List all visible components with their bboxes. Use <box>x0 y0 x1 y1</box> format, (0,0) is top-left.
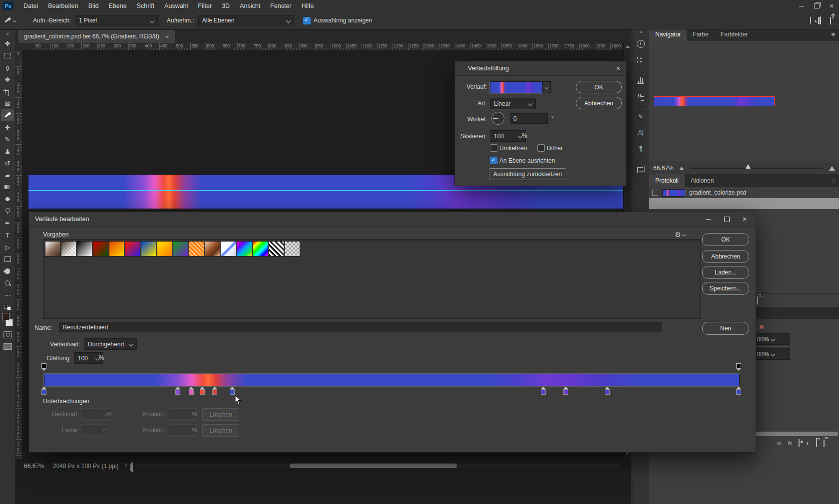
vertical-ruler[interactable]: 0501001502002503003504004505005506006507… <box>15 50 22 459</box>
frame-tool[interactable]: ⊠ <box>1 97 14 109</box>
type-dropdown[interactable]: Linear <box>490 98 536 109</box>
foreground-color-swatch[interactable] <box>2 313 9 320</box>
preset-orange-stripes[interactable] <box>189 241 204 256</box>
share-button[interactable] <box>830 17 831 24</box>
dialog-close-icon[interactable]: × <box>743 215 747 223</box>
preset-red-green[interactable] <box>93 241 108 256</box>
preset-foreground-to-background[interactable] <box>45 241 60 256</box>
scroll-up-icon[interactable] <box>626 45 630 48</box>
hand-tool[interactable] <box>1 265 14 277</box>
histogram-panel-button[interactable] <box>634 74 648 87</box>
gradient-tool[interactable] <box>1 181 14 193</box>
properties-panel-button[interactable] <box>634 90 648 103</box>
gradient-editor-bar[interactable] <box>44 374 740 386</box>
save-button[interactable]: Speichern... <box>702 282 749 295</box>
edit-toolbar-tool[interactable]: ⋯ <box>1 289 14 301</box>
color-swatches[interactable] <box>1 313 13 326</box>
ok-button[interactable]: OK <box>702 233 749 246</box>
rectangle-tool[interactable] <box>1 253 14 265</box>
layer-effects-button[interactable]: fx <box>788 440 793 446</box>
character-panel-button[interactable]: A| <box>634 126 648 139</box>
show-ring-checkbox[interactable] <box>303 17 311 24</box>
menu-item-datei[interactable]: Datei <box>18 0 43 12</box>
preset-rainbow[interactable] <box>253 241 268 256</box>
dialog-title-bar[interactable]: Verlaufsfüllung <box>455 61 626 76</box>
panel-menu-icon[interactable]: ≡ <box>831 31 835 38</box>
status-menu-chevron-icon[interactable] <box>123 463 127 467</box>
navigator-zoom-slider[interactable] <box>690 168 823 169</box>
presets-settings-button[interactable]: ⚙ <box>675 231 685 239</box>
move-tool[interactable]: ✥ <box>1 37 14 49</box>
restore-button[interactable] <box>809 0 824 12</box>
angle-dial[interactable] <box>491 112 504 125</box>
quick-mask-button[interactable] <box>3 331 12 338</box>
tab-navigator[interactable]: Navigator <box>649 28 687 41</box>
navigator-zoom-field[interactable]: 66,67% <box>653 165 674 172</box>
reset-alignment-button[interactable]: Ausrichtung zurücksetzen <box>489 168 566 180</box>
menu-item-bild[interactable]: Bild <box>83 0 104 12</box>
color-sampler-panel-button[interactable] <box>634 53 648 66</box>
status-zoom-field[interactable]: 66,67% <box>24 463 44 470</box>
zoom-in-icon[interactable] <box>829 166 835 171</box>
quick-selection-tool[interactable]: ❋ <box>1 73 14 85</box>
panel-menu-icon[interactable]: ≡ <box>831 177 835 185</box>
preset-blue-yellow[interactable] <box>141 241 156 256</box>
preset-neutral-density[interactable] <box>285 241 300 256</box>
horizontal-scrollbar[interactable] <box>137 463 619 469</box>
preset-foreground-to-transparent[interactable] <box>61 241 76 256</box>
color-stop[interactable] <box>229 387 235 395</box>
menu-item-auswahl[interactable]: Auswahl <box>159 0 193 12</box>
gradient-name-input[interactable] <box>59 322 662 332</box>
info-panel-button[interactable] <box>634 37 648 50</box>
dodge-tool[interactable] <box>1 205 14 217</box>
preset-white-blue[interactable] <box>221 241 236 256</box>
dialog-minimize-icon[interactable] <box>706 219 711 220</box>
spot-healing-tool[interactable]: ✚ <box>1 121 14 133</box>
menu-item-bearbeiten[interactable]: Bearbeiten <box>43 0 83 12</box>
pen-tool[interactable]: ✒ <box>1 217 14 229</box>
layer-fill-dropdown[interactable]: 100% <box>750 348 790 360</box>
color-stop[interactable] <box>175 387 181 395</box>
clone-stamp-tool[interactable]: ♟ <box>1 145 14 157</box>
type-tool[interactable]: T <box>1 229 14 241</box>
layer-opacity-dropdown[interactable]: 100% <box>750 333 790 345</box>
dither-checkbox[interactable] <box>537 144 545 152</box>
eyedropper-tool[interactable] <box>1 109 14 121</box>
tab-farbe[interactable]: Farbe <box>687 28 714 41</box>
menu-item-fenster[interactable]: Fenster <box>265 0 296 12</box>
sample-area-dropdown[interactable]: 1 Pixel <box>75 15 158 26</box>
opacity-stop[interactable] <box>736 363 742 371</box>
new-group-button[interactable] <box>816 440 817 447</box>
brush-settings-panel-button[interactable]: ✎ <box>634 110 648 123</box>
layer-mask-button[interactable] <box>799 440 800 447</box>
history-item[interactable]: gradient_colorize.psd <box>649 187 839 198</box>
close-button[interactable]: × <box>824 0 839 12</box>
adjustment-layer-button[interactable]: ◐ <box>806 440 810 447</box>
filter-dot-icon[interactable] <box>760 325 764 329</box>
dialog-close-icon[interactable]: × <box>616 64 620 72</box>
horizontal-scrollbar-thumb[interactable] <box>290 464 457 468</box>
brush-tool[interactable]: ✎ <box>1 133 14 145</box>
gradient-type-dropdown[interactable]: Durchgehend <box>84 338 137 350</box>
slider-thumb[interactable] <box>746 164 751 169</box>
color-stop[interactable] <box>736 387 742 395</box>
load-button[interactable]: Laden... <box>702 266 749 279</box>
gradient-preview-swatch[interactable] <box>490 81 543 93</box>
reverse-checkbox[interactable] <box>490 144 497 152</box>
menu-item-schrift[interactable]: Schrift <box>132 0 159 12</box>
cancel-button[interactable]: Abbrechen <box>576 97 622 109</box>
scale-dropdown[interactable]: 100 <box>490 130 526 142</box>
paragraph-panel-button[interactable]: ¶ <box>634 142 648 155</box>
dialog-maximize-icon[interactable] <box>724 217 730 222</box>
color-stop[interactable] <box>541 387 546 395</box>
preset-red-blue[interactable] <box>125 241 140 256</box>
preset-black-white[interactable] <box>77 241 92 256</box>
blur-tool[interactable] <box>1 193 14 205</box>
preset-yellow-orange[interactable] <box>157 241 172 256</box>
eraser-tool[interactable]: ▰ <box>1 169 14 181</box>
workspace-button[interactable] <box>820 17 821 24</box>
menu-item-filter[interactable]: Filter <box>193 0 217 12</box>
color-stop[interactable] <box>605 387 610 395</box>
tab-aktionen[interactable]: Aktionen <box>685 174 720 187</box>
color-stop[interactable] <box>188 387 194 395</box>
